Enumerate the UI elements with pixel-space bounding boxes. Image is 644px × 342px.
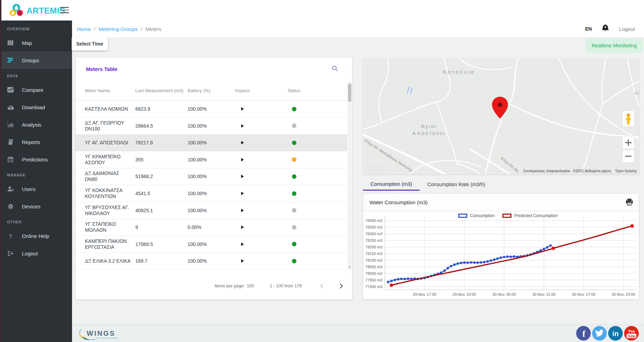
inspect-button[interactable] — [225, 151, 260, 168]
table-row[interactable]: ΚΑΣΤΕΛΑ ΝΟΜΙΩΝ 6823.9 100.00% — [75, 101, 347, 118]
realtime-monitoring-button[interactable]: Realtime Monitoring — [586, 38, 643, 53]
svg-text:29.Nov, 23:00: 29.Nov, 23:00 — [453, 292, 476, 296]
table-row[interactable]: ΥΓ ΚΟΚΚΙΝΑΤΣΑ ΚΟΥΛΕΝΤΙΩΝ 4541.5 100.00% — [75, 185, 347, 202]
table-row[interactable]: ΥΓ ΣΤΑΠΕΪΚΟ ΜΟΛΑΩΝ 9 0.00% — [75, 219, 347, 236]
table-row[interactable]: ΚΑΜΠΕΡΙ ΠΑΚΙΩΝ ΕΡΓΟΣΤΑΣΙΑ 17068.5 100.00… — [75, 236, 347, 253]
artemis-logo-icon — [9, 3, 24, 18]
map-terms-link[interactable]: Όροι Χρήσης — [615, 169, 637, 173]
window-edge-strip — [0, 0, 1, 342]
sidebar-item-online-help[interactable]: ? Online Help — [0, 227, 72, 245]
svg-text:77950 m3: 77950 m3 — [365, 278, 382, 282]
language-selector[interactable]: EN — [585, 26, 592, 32]
inspect-button[interactable] — [225, 219, 260, 236]
sidebar-item-reports[interactable]: Reports — [0, 133, 72, 151]
breadcrumb-home[interactable]: Home — [77, 26, 91, 32]
meter-last-measurement: 28664.5 — [135, 123, 153, 129]
col-meter-name[interactable]: Meter Name. — [85, 88, 111, 93]
svg-text:78200 m3: 78200 m3 — [365, 245, 382, 249]
scrollbar-thumb[interactable] — [348, 83, 351, 102]
tab-consumption-rate[interactable]: Consumption Rate (m3/h) — [420, 178, 493, 191]
col-inspect: Inspect — [225, 88, 260, 93]
sidebar-section-data: DATA — [0, 69, 72, 81]
logout-icon — [7, 250, 14, 257]
map-label-apostoloi: Απόστολοι — [412, 130, 445, 136]
bell-icon[interactable] — [602, 24, 609, 34]
meter-name: ΔΞ ΑΓ. ΓΕΩΡΓΙΟΥ DN100 — [85, 120, 133, 132]
status-cell — [277, 219, 311, 236]
pegman-control[interactable] — [622, 111, 634, 127]
sidebar-item-download[interactable]: Download — [0, 98, 72, 116]
inspect-button[interactable] — [225, 202, 260, 219]
inspect-button[interactable] — [225, 253, 260, 269]
next-page-button[interactable] — [337, 281, 346, 291]
wings-logo-subtext: ICT SOLUTIONS — [96, 337, 118, 339]
map-card[interactable]: Κατούνια Άγιοι Απόστολοι Επαρ.Οδ. Μονεμβ… — [363, 58, 639, 174]
table-row[interactable]: ΥΓ ΚΡΑΜΠΕΪΚΟ ΑΣΩΠΟΥ 355 100.00% — [75, 151, 347, 168]
breadcrumb-metering-groups[interactable]: Metering-Groups — [98, 26, 138, 32]
meter-battery: 100.00% — [188, 208, 207, 213]
footer: WINGS ICT SOLUTIONS f in YouTube — [72, 324, 644, 342]
table-row-selected[interactable]: ΥΓ ΑΓ. ΑΠΟΣΤΟΛΟΙ 78217.8 100.00% — [75, 134, 347, 151]
search-icon[interactable] — [332, 65, 338, 73]
facebook-icon[interactable]: f — [576, 326, 591, 341]
table-scrollbar[interactable]: ▼ — [348, 82, 352, 270]
svg-text:78300 m3: 78300 m3 — [365, 232, 382, 236]
table-row[interactable]: ΔΞ ΔΑΙΜΟΝΙΑΣ DN80 51988.2 100.00% — [75, 168, 347, 185]
meter-name: ΥΓ ΒΡΥΣΟΥΛΕΣ ΑΓ. ΝΙΚΟΛΑΟΥ — [85, 205, 133, 216]
artemis-dashboard: ARTEMIS OVERVIEW Map Groups DATA Compare — [0, 0, 644, 342]
print-icon[interactable] — [626, 198, 633, 207]
status-cell — [277, 101, 311, 117]
sidebar-item-devices[interactable]: Devices — [0, 198, 72, 215]
inspect-button[interactable] — [225, 236, 260, 253]
status-dot — [292, 191, 296, 196]
google-map[interactable]: Κατούνια Άγιοι Απόστολοι Επαρ.Οδ. Μονεμβ… — [363, 58, 639, 174]
svg-text:29.Nov, 17:00: 29.Nov, 17:00 — [413, 292, 436, 296]
sidebar-item-analysis[interactable]: Analysis — [0, 116, 72, 133]
sidebar-item-users[interactable]: Users — [0, 180, 72, 198]
col-status: Status — [277, 88, 311, 93]
meter-battery: 100.00% — [188, 241, 207, 247]
svg-text:30.Nov, 05:00: 30.Nov, 05:00 — [492, 292, 516, 296]
table-row[interactable]: ΥΓ ΒΡΥΣΟΥΛΕΣ ΑΓ. ΝΙΚΟΛΑΟΥ 40925.1 100.00… — [75, 202, 347, 219]
artemis-logo[interactable]: ARTEMIS — [9, 3, 65, 18]
inspect-play-icon — [241, 107, 244, 111]
status-cell — [277, 236, 311, 253]
table-row[interactable]: ΔΞ ΕΛΙΚΑ 3.2 ΕΛΙΚΑ 189.7 100.00% — [75, 253, 347, 270]
hamburger-icon[interactable] — [60, 6, 69, 14]
svg-text:Tube: Tube — [627, 334, 636, 338]
col-last-measurement[interactable]: Last Measurement (m3) — [135, 88, 183, 93]
sidebar-item-logout[interactable]: Logout — [0, 245, 72, 262]
table-row[interactable]: ΔΞ ΑΓ. ΓΕΩΡΓΙΟΥ DN100 28664.5 100.00% — [75, 118, 347, 135]
sidebar-item-groups[interactable]: Groups — [0, 51, 72, 69]
col-battery[interactable]: Battery (%) — [188, 88, 210, 93]
inspect-button[interactable] — [225, 134, 260, 151]
linkedin-icon[interactable]: in — [608, 326, 623, 341]
inspect-play-icon — [241, 192, 244, 195]
inspect-button[interactable] — [225, 185, 260, 202]
tab-consumption[interactable]: Consumption (m3) — [363, 178, 420, 191]
inspect-button[interactable] — [225, 101, 260, 117]
svg-text:78350 m3: 78350 m3 — [365, 225, 382, 229]
twitter-icon[interactable] — [592, 326, 607, 341]
youtube-icon[interactable]: YouTube — [624, 326, 639, 341]
map-shortcuts-link[interactable]: Συντομεύσεις πληκτρολογίου — [523, 169, 570, 173]
inspect-button[interactable] — [225, 168, 260, 185]
scrollbar-down-arrow[interactable]: ▼ — [348, 264, 352, 270]
sidebar-item-label: Devices — [22, 204, 40, 209]
previous-page-button[interactable] — [317, 281, 326, 291]
logout-link[interactable]: Logout — [619, 26, 635, 32]
meter-battery: 100.00% — [188, 258, 207, 264]
meter-name: ΥΓ ΚΟΚΚΙΝΑΤΣΑ ΚΟΥΛΕΝΤΙΩΝ — [85, 188, 133, 199]
sidebar-item-predictions[interactable]: Predictions — [0, 151, 72, 168]
select-time-button[interactable]: Select Time — [72, 37, 108, 50]
items-per-page-value[interactable]: 100 — [247, 284, 254, 288]
wings-logo[interactable]: WINGS ICT SOLUTIONS — [77, 327, 129, 341]
sidebar-section-overview: OVERVIEW — [0, 22, 72, 34]
sidebar-item-compare[interactable]: Compare — [0, 81, 72, 98]
water-consumption-chart: 77900 m377950 m378000 m378050 m378100 m3… — [363, 211, 639, 299]
zoom-in-button[interactable] — [622, 136, 634, 149]
sidebar-item-map[interactable]: Map — [0, 34, 72, 51]
zoom-out-button[interactable] — [622, 150, 634, 162]
inspect-button[interactable] — [225, 118, 260, 134]
inspect-play-icon — [241, 259, 244, 263]
